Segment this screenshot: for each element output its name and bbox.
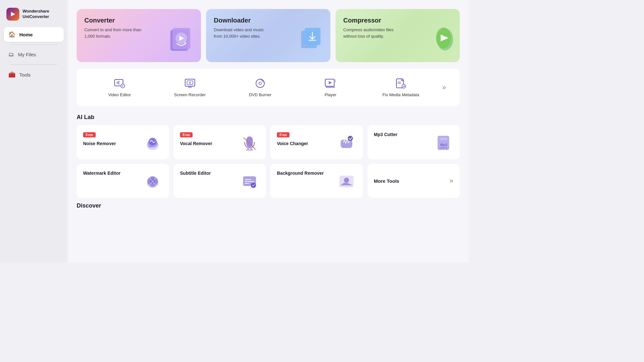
background-remover-content: Background Remover [277, 170, 335, 177]
screen-recorder-label: Screen Recorder [174, 92, 205, 97]
dvd-burner-icon [254, 78, 266, 89]
converter-title: Converter [84, 17, 193, 24]
tool-player[interactable]: Player [295, 75, 365, 100]
svg-rect-7 [308, 40, 316, 41]
vocal-remover-badge: Free [180, 132, 193, 137]
sidebar-divider-2 [10, 64, 57, 65]
ai-lab-row1: Free Noise Remover Free V [77, 125, 460, 159]
more-tools-label: More Tools [374, 178, 399, 184]
tools-more-button[interactable]: » [436, 83, 452, 92]
sidebar-home-label: Home [19, 32, 33, 37]
svg-point-20 [259, 82, 261, 85]
tool-fix-media-metadata[interactable]: Fix Media Metadata [366, 75, 436, 100]
noise-remover-content: Free Noise Remover [83, 132, 141, 147]
noise-remover-icon [141, 132, 164, 154]
tools-row: Video Editor Screen Recorder DVD Burner [77, 69, 460, 106]
ai-card-voice-changer[interactable]: Free Voice Changer [270, 125, 363, 159]
svg-point-19 [256, 79, 264, 88]
ai-card-background-remover[interactable]: Background Remover [270, 164, 363, 198]
player-icon [325, 78, 336, 89]
ai-card-noise-remover[interactable]: Free Noise Remover [77, 125, 169, 159]
video-editor-label: Video Editor [108, 92, 131, 97]
downloader-icon [298, 23, 327, 62]
voice-changer-content: Free Voice Changer [277, 132, 335, 147]
ai-card-subtitle-editor[interactable]: Subtitle Editor [174, 164, 266, 198]
compressor-card[interactable]: Compressor Compress audio/video files wi… [336, 9, 460, 62]
background-remover-icon [335, 170, 358, 193]
ai-card-watermark-editor[interactable]: Watermark Editor [77, 164, 169, 198]
downloader-desc: Download video and music from 10,000+ vi… [214, 27, 272, 39]
subtitle-editor-content: Subtitle Editor [180, 170, 238, 177]
mp3-cutter-icon: Mp3 [432, 132, 455, 154]
ai-lab-title: AI Lab [77, 114, 460, 121]
fix-media-metadata-icon [395, 78, 407, 89]
compressor-desc: Compress audio/video files without loss … [343, 27, 401, 39]
discover-title: Discover [77, 202, 460, 209]
watermark-editor-icon [141, 170, 164, 193]
downloader-title: Downloader [214, 17, 323, 24]
sidebar-item-tools[interactable]: 🧰 Tools [4, 67, 64, 82]
tool-screen-recorder[interactable]: Screen Recorder [155, 75, 225, 100]
main-content: Converter Convert to and from more than … [68, 0, 469, 263]
home-icon: 🏠 [8, 31, 15, 38]
fix-media-metadata-label: Fix Media Metadata [383, 92, 419, 97]
ai-card-more-tools[interactable]: More Tools » [367, 164, 460, 198]
mp3-cutter-title: Mp3 Cutter [374, 132, 432, 138]
dvd-burner-label: DVD Burner [249, 92, 271, 97]
ai-lab-row2: Watermark Editor Subtitle Editor [77, 164, 460, 198]
voice-changer-icon [335, 132, 358, 154]
myfiles-icon: 🗂 [8, 51, 14, 58]
video-editor-icon [114, 78, 125, 89]
tools-icon: 🧰 [8, 71, 15, 78]
downloader-card[interactable]: Downloader Download video and music from… [206, 9, 330, 62]
compressor-title: Compressor [343, 17, 452, 24]
noise-remover-badge: Free [83, 132, 96, 137]
svg-marker-0 [11, 12, 15, 16]
background-remover-title: Background Remover [277, 170, 335, 177]
vocal-remover-icon [238, 132, 261, 154]
svg-point-54 [344, 178, 349, 183]
compressor-icon [428, 23, 457, 62]
svg-point-38 [348, 136, 353, 141]
watermark-editor-content: Watermark Editor [83, 170, 141, 177]
player-label: Player [325, 92, 336, 97]
sidebar-nav: 🏠 Home 🗂 My Files 🧰 Tools [0, 27, 68, 82]
tool-dvd-burner[interactable]: DVD Burner [225, 75, 295, 100]
noise-remover-title: Noise Remover [83, 141, 141, 147]
svg-point-17 [189, 82, 191, 84]
svg-text:Mp3: Mp3 [440, 143, 447, 147]
sidebar-item-home[interactable]: 🏠 Home [4, 27, 64, 42]
logo-icon [6, 8, 19, 21]
subtitle-editor-icon [238, 170, 261, 193]
svg-marker-22 [329, 81, 332, 84]
ai-card-vocal-remover[interactable]: Free Vocal Remover [174, 125, 266, 159]
converter-desc: Convert to and from more than 1,000 form… [84, 27, 142, 39]
app-logo: WondershareUniConverter [0, 5, 68, 27]
sidebar-divider [10, 44, 57, 45]
tools-more-chevron: » [442, 83, 446, 92]
sidebar-item-myfiles[interactable]: 🗂 My Files [4, 47, 64, 62]
mp3-cutter-content: Mp3 Cutter [374, 132, 432, 138]
tool-video-editor[interactable]: Video Editor [84, 75, 155, 100]
svg-rect-40 [440, 138, 447, 140]
app-name: WondershareUniConverter [23, 9, 49, 20]
voice-changer-badge: Free [277, 132, 289, 137]
vocal-remover-title: Vocal Remover [180, 141, 238, 147]
svg-point-29 [402, 84, 406, 88]
ai-lab-section: AI Lab Free Noise Remover [77, 114, 460, 198]
more-tools-chevron: » [450, 177, 453, 185]
subtitle-editor-title: Subtitle Editor [180, 170, 238, 177]
sidebar-tools-label: Tools [19, 72, 31, 78]
top-cards: Converter Convert to and from more than … [77, 9, 460, 62]
vocal-remover-content: Free Vocal Remover [180, 132, 238, 147]
watermark-editor-title: Watermark Editor [83, 170, 141, 177]
converter-card[interactable]: Converter Convert to and from more than … [77, 9, 201, 62]
voice-changer-title: Voice Changer [277, 141, 335, 147]
converter-icon [166, 23, 198, 62]
screen-recorder-icon [184, 78, 196, 89]
sidebar: WondershareUniConverter 🏠 Home 🗂 My File… [0, 0, 68, 263]
ai-card-mp3-cutter[interactable]: Mp3 Cutter Mp3 [367, 125, 460, 159]
sidebar-myfiles-label: My Files [18, 52, 36, 57]
